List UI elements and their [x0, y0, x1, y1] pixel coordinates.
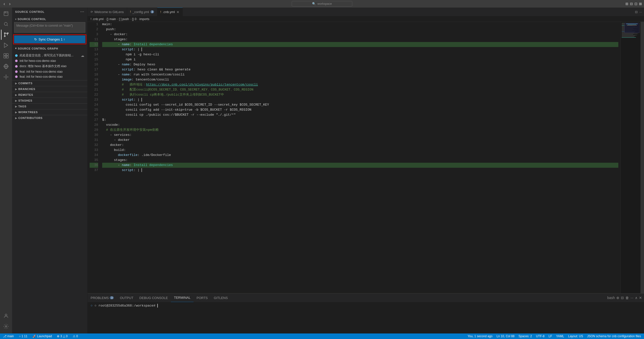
activity-item-explorer[interactable] — [1, 9, 11, 19]
remotes-header[interactable]: ▶ REMOTES — [12, 92, 87, 98]
bash-label: bash — [607, 296, 615, 300]
tab-modified-icon-active: ! — [160, 10, 161, 14]
graph-commit-item[interactable]: feat: init for hexo-cos-demo xiao — [14, 74, 85, 79]
breadcrumb-file[interactable]: ! .cnb.yml — [91, 17, 103, 21]
commits-header[interactable]: ▶ COMMITS — [12, 80, 87, 86]
source-control-label: SOURCE CONTROL — [18, 18, 46, 21]
tab-cnb-yml[interactable]: ! .cnb.yml ✕ — [157, 8, 183, 16]
activity-item-search[interactable] — [1, 19, 11, 29]
editor-content[interactable]: 12311 12 131415 16171819 20212223 242526… — [88, 22, 620, 293]
split-editor-icon[interactable]: ⊟ — [635, 10, 638, 14]
code-line-15: npm i — [102, 57, 618, 62]
breadcrumb-imports[interactable]: imports — [139, 17, 149, 21]
sidebar-more-actions[interactable]: ··· — [80, 10, 84, 14]
titlebar-search[interactable]: 🔍 workspace — [292, 1, 352, 7]
graph-item-text: docs: 增加 hexo 基本操作文档 xiao — [20, 64, 84, 68]
sync-icon: ↻ — [34, 37, 37, 41]
tab-config-yml[interactable]: ! _config.yml 3 — [127, 8, 157, 16]
more-tabs-icon[interactable]: ··· — [639, 10, 642, 14]
activity-item-gitlens[interactable] — [1, 72, 11, 82]
code-line-34: dockerfile: .ide/Dockerfile — [102, 153, 618, 158]
chevron-right-icon: ▶ — [15, 111, 17, 114]
layout-icon[interactable]: ⊞ — [625, 2, 628, 6]
activity-item-remote[interactable] — [1, 61, 11, 71]
status-warnings[interactable]: ⚠ 0 — [72, 334, 79, 338]
activity-item-settings[interactable] — [1, 321, 11, 331]
commit-message-input[interactable] — [14, 22, 85, 33]
breadcrumb-main[interactable]: {} main — [106, 17, 116, 21]
maximize-terminal-icon[interactable]: ∧ — [635, 296, 637, 300]
chevron-right-icon: ▶ — [15, 94, 17, 96]
status-launchpad[interactable]: 🚀 Launchpad — [31, 334, 53, 338]
code-line-17: script: hexo clean && hexo generate — [102, 67, 618, 72]
encoding-label: UTF-8 — [536, 334, 545, 338]
graph-item-text: 此处是提交信息，填写完点下面的按钮... — [20, 53, 78, 58]
graph-commit-item[interactable]: docs: 增加 hexo 基本操作文档 xiao — [14, 63, 85, 69]
contributors-label: CONTRIBUTORS — [18, 116, 43, 119]
source-control-section: ▾ SOURCE CONTROL ↻ Sync Changes 1 ↑ — [12, 16, 87, 45]
close-icon[interactable]: ⊠ — [639, 2, 642, 6]
source-control-header[interactable]: ▾ SOURCE CONTROL — [14, 16, 85, 22]
tab-terminal[interactable]: TERMINAL — [171, 293, 194, 302]
terminal-text: ○ root@283255d6a368:/workspace# — [95, 304, 158, 308]
status-git[interactable]: You, 1 second ago — [467, 334, 494, 338]
tab-output[interactable]: OUTPUT — [117, 293, 136, 302]
activity-item-source-control[interactable] — [1, 30, 11, 40]
activity-item-extensions[interactable] — [1, 51, 11, 61]
add-terminal-icon[interactable]: ⊕ — [616, 296, 619, 300]
tab-problems[interactable]: PROBLEMS 3 — [88, 293, 117, 302]
worktrees-header[interactable]: ▶ WORKTREES — [12, 109, 87, 115]
activity-item-accounts[interactable] — [1, 311, 11, 321]
status-sync[interactable]: ○ 1 11 — [18, 334, 28, 338]
status-errors[interactable]: ⊗ 3 △ 0 — [56, 334, 68, 338]
tab-ports[interactable]: PORTS — [194, 293, 211, 302]
split-icon[interactable]: ⊟ — [630, 2, 633, 6]
breadcrumb-sep-1: › — [104, 17, 105, 21]
tab-close-button[interactable]: ✕ — [176, 10, 179, 14]
stashes-header[interactable]: ▶ STASHES — [12, 98, 87, 103]
svg-rect-7 — [6, 54, 8, 56]
sidebar-collapse-sections: ▶ COMMITS ▶ BRANCHES ▶ REMOTES ▶ S — [12, 80, 87, 333]
breadcrumb-sep-2: › — [117, 17, 118, 21]
graph-dot — [15, 54, 18, 57]
line-numbers: 12311 12 131415 16171819 20212223 242526… — [88, 22, 100, 293]
code-editor[interactable]: main: push: - docker: stages: - name: In… — [100, 22, 620, 293]
graph-commit-item[interactable]: feat: init for hexo-cos-demo xiao — [14, 69, 85, 74]
status-spaces[interactable]: Spaces: 2 — [517, 334, 533, 338]
tags-label: TAGS — [18, 105, 26, 108]
breadcrumb-0[interactable]: {} 0 — [132, 17, 136, 21]
contributors-header[interactable]: ▶ CONTRIBUTORS — [12, 115, 87, 121]
tab-debug-console[interactable]: DEBUG CONSOLE — [136, 293, 171, 302]
tab-gitlens-panel[interactable]: GITLENS — [211, 293, 231, 302]
graph-commit-item[interactable]: init for hexo-cos-demo xiao — [14, 58, 85, 63]
status-schema[interactable]: JSON schema for cnb configuration files — [586, 334, 642, 338]
nav-back-button[interactable]: ‹ — [2, 1, 7, 7]
status-encoding[interactable]: UTF-8 — [535, 334, 546, 338]
split-terminal-icon[interactable]: ⊟ — [621, 296, 624, 300]
breadcrumb-push[interactable]: [ ] push — [119, 17, 129, 21]
trash-terminal-icon[interactable]: 🗑 — [625, 296, 629, 300]
search-text: workspace — [317, 2, 332, 6]
close-terminal-icon[interactable]: ✕ — [639, 296, 642, 300]
code-line-33: build: — [102, 148, 618, 153]
more-terminal-icon[interactable]: ··· — [630, 296, 633, 300]
terminal-content[interactable]: ○ ○ root@283255d6a368:/workspace# — [88, 302, 644, 333]
sync-changes-button[interactable]: ↻ Sync Changes 1 ↑ — [14, 35, 85, 43]
status-lang[interactable]: YAML — [555, 334, 565, 338]
graph-commit-item[interactable]: 此处是提交信息，填写完点下面的按钮... ☁ — [14, 53, 85, 58]
status-layout[interactable]: Layout: US — [567, 334, 584, 338]
source-control-graph-header[interactable]: ▾ SOURCE CONTROL GRAPH — [12, 45, 87, 52]
status-branch[interactable]: ⎇ main — [2, 334, 15, 338]
status-cursor[interactable]: Ln 10, Col 88 — [496, 334, 515, 338]
branch-icon: ⎇ — [3, 334, 7, 338]
branches-header[interactable]: ▶ BRANCHES — [12, 86, 87, 92]
titlebar-nav: ‹ › — [2, 1, 12, 7]
line-ending-label: LF — [549, 334, 552, 338]
nav-forward-button[interactable]: › — [8, 1, 12, 7]
status-line-ending[interactable]: LF — [548, 334, 553, 338]
tab-gitlens[interactable]: ⟳ Welcome to GitLens — [88, 8, 127, 16]
fullscreen-icon[interactable]: ⊡ — [634, 2, 637, 6]
activity-item-run[interactable] — [1, 40, 11, 50]
tags-header[interactable]: ▶ TAGS — [12, 104, 87, 109]
terminal-label: TERMINAL — [174, 296, 191, 300]
